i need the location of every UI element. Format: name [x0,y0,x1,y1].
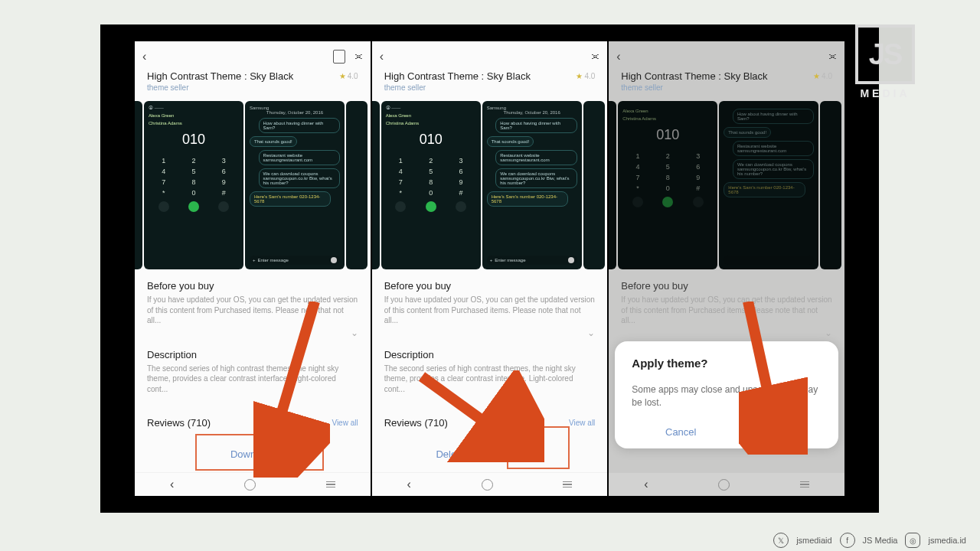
share-icon[interactable]: ⪤ [825,51,837,64]
share-icon[interactable]: ⪤ [588,51,599,64]
highlight-box [750,415,805,444]
view-all-link[interactable]: View all [569,419,595,427]
back-icon[interactable]: ‹ [142,50,146,64]
theme-seller[interactable]: theme seller [135,83,371,92]
before-you-buy: Before you buy If you have updated your … [135,269,371,326]
nav-recents-icon[interactable] [326,481,335,488]
apply-theme-dialog: Apply theme? Some apps may close and uns… [615,341,838,448]
nav-back-icon[interactable]: ‹ [170,478,174,491]
reviews-row: Reviews (710) View all [135,394,371,432]
nav-back-icon[interactable]: ‹ [644,478,648,491]
reviews-title: Reviews (710) [147,417,332,429]
facebook-handle: JS Media [863,536,898,545]
tutorial-container: ‹ ⪤ High Contrast Theme : Sky Black ★ 4.… [100,24,879,513]
twitter-icon: 𝕏 [773,533,789,548]
theme-previews[interactable]: ⦿ —— Alexa Green Christina Adams 010 123… [135,101,371,269]
phone-screen-1: ‹ ⪤ High Contrast Theme : Sky Black ★ 4.… [135,41,371,496]
theme-title: High Contrast Theme : Sky Black [147,70,339,82]
nav-recents-icon[interactable] [800,481,809,488]
instagram-icon: ◎ [905,533,920,548]
nav-back-icon[interactable]: ‹ [407,478,411,491]
share-icon[interactable]: ⪤ [351,51,363,64]
nav-recents-icon[interactable] [563,481,572,488]
back-icon[interactable]: ‹ [616,50,620,64]
back-icon[interactable]: ‹ [380,50,384,64]
social-links: 𝕏 jsmediaid f JS Media ◎ jsmedia.id [773,533,966,548]
delete-button[interactable]: Delete [436,448,465,460]
nav-bar: ‹ [135,472,371,496]
expand-icon[interactable]: ⌄ [372,328,608,338]
dialog-title: Apply theme? [632,357,822,370]
phone-screen-2: ‹ ⪤ High Contrast Theme : Sky Black ★ 4.… [372,41,608,496]
nav-home-icon[interactable] [482,479,493,491]
twitter-handle: jsmediaid [796,536,831,545]
watermark-logo: JS MEDIA [855,24,915,99]
nav-home-icon[interactable] [718,479,730,491]
app-bar: ‹ ⪤ [372,41,608,64]
bookmark-icon[interactable] [333,50,345,64]
highlight-box [195,434,324,471]
highlight-box [507,426,570,469]
expand-icon[interactable]: ⌄ [135,328,371,338]
phone-screen-3: ‹ ⪤ High Contrast Theme : Sky Black ★ 4.… [609,41,844,496]
view-all-link[interactable]: View all [332,419,358,427]
description-section: Description The second series of high co… [135,338,371,395]
theme-title: High Contrast Theme : Sky Black [384,70,577,82]
star-icon: ★ [339,72,346,80]
dialog-message: Some apps may close and unsaved data may… [632,383,822,409]
theme-previews[interactable]: ⦿ —— Alexa Green Christina Adams 010 123… [372,101,608,269]
dialog-cancel-button[interactable]: Cancel [665,426,696,438]
theme-seller[interactable]: theme seller [372,83,608,92]
app-bar: ‹ ⪤ [135,41,371,64]
rating-value: 4.0 [348,72,358,80]
nav-home-icon[interactable] [244,479,256,491]
facebook-icon: f [840,533,855,548]
theme-previews: Alexa Green Christina Adams 010 123 456 … [609,101,844,269]
theme-title-row: High Contrast Theme : Sky Black ★ 4.0 [135,64,371,83]
instagram-handle: jsmedia.id [928,536,966,545]
